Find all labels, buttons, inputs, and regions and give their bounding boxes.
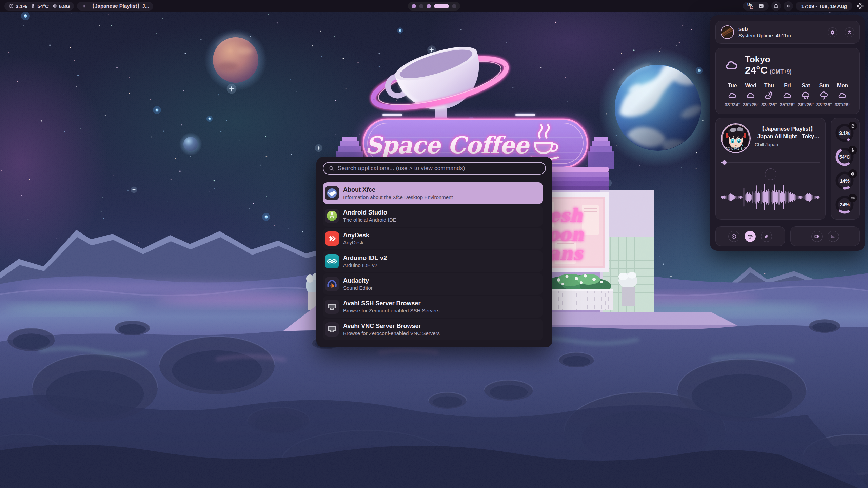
music-player-card: TOKYO LO 【Japanese Playlist】Japan All Ni…	[715, 118, 826, 220]
power-profile-scales-active[interactable]	[745, 231, 756, 242]
weather-card: Tokyo 24°C(GMT+9) Tue 33°/24°Wed 35°/25°…	[715, 48, 860, 114]
workspace-4-active[interactable]	[434, 4, 449, 8]
screenshot-button[interactable]	[828, 231, 839, 242]
day-label: Sun	[819, 83, 829, 89]
keyboard-layout-bottom: C	[750, 5, 753, 10]
launcher-search[interactable]	[323, 162, 546, 175]
weather-temperature: 24°C	[745, 64, 768, 76]
quick-actions-card	[790, 226, 860, 246]
thermometer-icon	[30, 3, 36, 9]
app-description: The official Android IDE	[343, 217, 396, 223]
volume-button[interactable]	[784, 1, 793, 11]
svg-text:TOKYO LO: TOKYO LO	[725, 146, 747, 151]
stat-item: 54°C	[30, 3, 49, 9]
album-art: TOKYO LO	[721, 123, 751, 153]
progress-knob[interactable]	[722, 160, 727, 165]
arduino-icon	[325, 254, 339, 268]
app-name: AnyDesk	[343, 232, 369, 239]
workspace-2[interactable]	[419, 4, 423, 8]
app-row-anydesk[interactable]: AnyDeskAnyDesk	[323, 228, 543, 249]
avahi-icon	[325, 300, 339, 314]
stat-value: 3.1%	[16, 3, 27, 9]
settings-button[interactable]	[828, 27, 837, 37]
anydesk-icon	[325, 231, 339, 246]
avatar[interactable]	[721, 25, 734, 39]
app-row-android-studio[interactable]: Android StudioThe official Android IDE	[323, 205, 543, 227]
audacity-icon	[325, 277, 339, 291]
keyboard-layout-indicator[interactable]: Us C	[747, 3, 753, 9]
day-temps: 35°/25°	[743, 102, 758, 107]
day-label: Wed	[745, 83, 756, 89]
app-name: Android Studio	[343, 209, 396, 216]
workspace-5[interactable]	[452, 4, 456, 8]
app-grid-button[interactable]	[855, 1, 865, 11]
gauge-chip: 14%	[835, 170, 856, 191]
workspace-1[interactable]	[412, 4, 416, 8]
day-label: Sat	[802, 83, 810, 89]
power-profile-leaf[interactable]	[761, 231, 772, 242]
cloud-icon	[746, 90, 756, 100]
user-card: seb System Uptime: 4h11m	[715, 21, 860, 44]
app-row-avahi-vnc-server-browser[interactable]: Avahi VNC Server BrowserBrowse for Zeroc…	[323, 319, 543, 340]
forecast-day-sun: Sun 33°/26°	[816, 83, 832, 107]
app-description: Sound Editor	[343, 285, 373, 291]
gauge-disk: 24%	[835, 194, 856, 215]
power-profiles-card	[715, 226, 785, 246]
system-stats-pill: 3.1%54°C6.8G	[4, 2, 74, 11]
workspace-indicator[interactable]	[408, 2, 460, 11]
app-row-arduino-ide-v2[interactable]: Arduino IDE v2Arduino IDE v2	[323, 250, 543, 272]
gauge-thermometer: 54°C	[835, 146, 856, 167]
power-profile-speedometer[interactable]	[728, 231, 739, 242]
track-subtitle: Chill Japan.	[755, 142, 820, 147]
clock[interactable]: 17:09 - Tue, 19 Aug	[796, 2, 852, 11]
forecast-day-fri: Fri 35°/26°	[780, 83, 795, 107]
forecast-day-tue: Tue 33°/24°	[725, 83, 740, 107]
search-input[interactable]	[338, 165, 543, 172]
search-icon	[329, 165, 334, 171]
gear-icon	[830, 30, 835, 35]
app-description: Arduino IDE v2	[343, 262, 387, 268]
progress-bar[interactable]	[721, 160, 820, 165]
grid-diamonds-icon	[857, 3, 864, 9]
app-name: Arduino IDE v2	[343, 255, 387, 262]
android-studio-icon	[325, 209, 339, 223]
app-row-audacity[interactable]: AudacitySound Editor	[323, 273, 543, 295]
user-name: seb	[738, 26, 823, 32]
app-description: Information about the Xfce Desktop Envir…	[343, 194, 453, 200]
app-name: Avahi VNC Server Browser	[343, 323, 440, 330]
system-uptime: System Uptime: 4h11m	[738, 33, 823, 38]
pause-icon	[768, 172, 773, 177]
day-temps: 33°/24°	[725, 102, 740, 107]
control-center: seb System Uptime: 4h11m Tokyo 24°C(GMT+…	[710, 15, 865, 251]
stat-value: 6.8G	[59, 3, 70, 9]
chip-icon	[52, 3, 57, 9]
speedometer-icon	[8, 3, 14, 9]
topbar-music-title: 【Japanese Playlist】J...	[90, 3, 149, 9]
day-label: Mon	[837, 83, 848, 89]
top-bar: 3.1%54°C6.8G 【Japanese Playlist】J... Us …	[0, 0, 868, 12]
app-name: Audacity	[343, 277, 373, 284]
forecast-day-mon: Mon 33°/26°	[835, 83, 850, 107]
cloud-icon	[728, 90, 737, 100]
rain-icon	[801, 90, 811, 100]
app-name: About Xfce	[343, 186, 453, 194]
video-button[interactable]	[811, 231, 823, 242]
stat-item: 6.8G	[52, 3, 70, 9]
day-temps: 33°/26°	[761, 102, 777, 107]
notifications-button[interactable]	[771, 1, 781, 11]
app-row-avahi-ssh-server-browser[interactable]: Avahi SSH Server BrowserBrowse for Zeroc…	[323, 296, 543, 318]
topbar-music-widget[interactable]: 【Japanese Playlist】J...	[77, 2, 153, 11]
app-row-about-xfce[interactable]: About XfceInformation about the Xfce Des…	[323, 182, 543, 204]
day-temps: 35°/26°	[780, 102, 795, 107]
day-label: Tue	[728, 83, 737, 89]
power-icon	[847, 30, 852, 35]
forecast-day-sat: Sat 36°/26°	[798, 83, 814, 107]
day-temps: 33°/26°	[816, 102, 832, 107]
gauge-speedometer: 3.1%	[835, 122, 856, 143]
app-description: Browse for Zeroconf-enabled VNC Servers	[343, 330, 440, 336]
power-button[interactable]	[845, 27, 854, 37]
speedometer-icon	[848, 122, 857, 130]
weather-timezone: (GMT+9)	[770, 69, 791, 75]
picture-icon[interactable]	[758, 3, 764, 9]
workspace-3[interactable]	[427, 4, 431, 8]
